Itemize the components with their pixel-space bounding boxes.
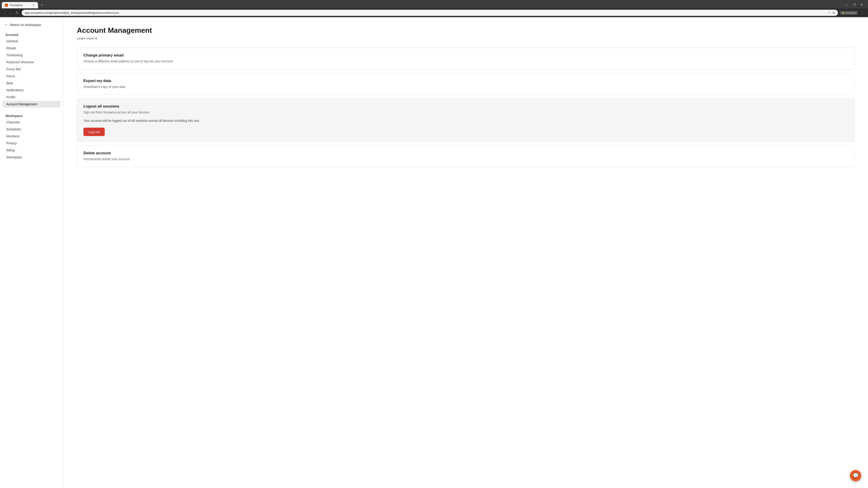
tab-favicon (4, 3, 8, 7)
active-tab[interactable]: Sunsama ✕ (2, 2, 38, 8)
tab-bar: Sunsama ✕ + — ❐ ✕ (0, 0, 868, 8)
sidebar-item-keyboard-shortcuts[interactable]: Keyboard Shortcuts (3, 59, 60, 66)
sidebar-item-focus[interactable]: Focus (3, 73, 60, 79)
account-section-header: Account (3, 31, 60, 37)
sidebar-item-schedules[interactable]: Schedules (3, 126, 60, 133)
return-label: Return to workspace (10, 23, 41, 27)
sidebar-item-channels[interactable]: Channels (3, 119, 60, 126)
minimize-button[interactable]: — (844, 2, 850, 7)
address-icons: ☆ ⧉ (828, 11, 835, 15)
tab-title: Sunsama (10, 3, 30, 7)
maximize-button[interactable]: ❐ (851, 2, 857, 7)
main-content: Account Management Learn more ⧉ Change p… (63, 17, 868, 488)
window-controls: — ❐ ✕ (844, 2, 866, 8)
incognito-badge: 🕵 Incognito (840, 11, 858, 15)
change-email-title: Change primary email (84, 53, 848, 58)
app-container: ← Return to workspace Account General Ri… (0, 17, 868, 488)
sidebar-item-timeboxing[interactable]: Timeboxing (3, 52, 60, 59)
sidebar-section-divider (0, 108, 63, 112)
return-to-workspace-link[interactable]: ← Return to workspace (0, 17, 63, 31)
change-email-section: Change primary email Choose a different … (77, 47, 855, 69)
forward-button[interactable]: › (8, 10, 12, 15)
sidebar-item-rituals[interactable]: Rituals (3, 45, 60, 52)
return-arrow-icon: ← (4, 23, 8, 27)
back-button[interactable]: ‹ (3, 10, 6, 15)
incognito-icon: 🕵 (842, 11, 845, 14)
sidebar-item-beta[interactable]: Beta (3, 80, 60, 87)
delete-account-desc: Permanently delete your account (84, 157, 848, 162)
export-data-section: Export my data Download a copy of your d… (77, 73, 855, 95)
chat-icon: 💬 (852, 473, 859, 479)
workspace-section-header: Workspace (3, 112, 60, 119)
incognito-label: Incognito (846, 11, 856, 14)
logout-sessions-section: Logout all sessions Sign out from Sunsam… (77, 98, 855, 142)
tab-close-button[interactable]: ✕ (32, 3, 35, 7)
sidebar-item-notifications[interactable]: Notifications (3, 87, 60, 94)
sidebar-item-account-management[interactable]: Account Management (3, 101, 60, 107)
url-text: app.sunsama.com/group/moodjoy_workspace/… (25, 11, 826, 14)
logout-button[interactable]: Log out (84, 128, 105, 136)
sidebar-item-members[interactable]: Members (3, 133, 60, 140)
chat-fab-button[interactable]: 💬 (850, 470, 861, 481)
learn-more-link[interactable]: Learn more ⧉ (77, 36, 855, 40)
sidebar-item-billing[interactable]: Billing (3, 147, 60, 154)
split-screen-icon[interactable]: ⧉ (833, 11, 835, 15)
learn-more-label: Learn more (77, 36, 94, 40)
export-data-title: Export my data (84, 78, 848, 83)
new-tab-button[interactable]: + (39, 2, 45, 8)
sidebar-item-privacy[interactable]: Privacy (3, 140, 60, 147)
sidebar: ← Return to workspace Account General Ri… (0, 17, 63, 488)
account-section: Account General Rituals Timeboxing Keybo… (0, 31, 63, 108)
external-link-icon: ⧉ (95, 37, 97, 40)
address-bar-row: ‹ › ↻ app.sunsama.com/group/moodjoy_work… (0, 8, 868, 17)
logout-info-text: Your account will be logged out of all s… (84, 119, 848, 123)
change-email-desc: Choose a different email address to use … (84, 59, 848, 64)
reload-button[interactable]: ↻ (14, 10, 20, 15)
delete-account-title: Delete account (84, 151, 848, 156)
workspace-section: Workspace Channels Schedules Members Pri… (0, 112, 63, 161)
page-title: Account Management (77, 26, 855, 35)
address-bar[interactable]: app.sunsama.com/group/moodjoy_workspace/… (22, 10, 838, 16)
browser-chrome: Sunsama ✕ + — ❐ ✕ ‹ › ↻ app.sunsama.com/… (0, 0, 868, 17)
export-data-desc: Download a copy of your data (84, 85, 848, 89)
sidebar-item-focus-bar[interactable]: Focus Bar (3, 66, 60, 72)
delete-account-section: Delete account Permanently delete your a… (77, 145, 855, 167)
logout-sessions-title: Logout all sessions (84, 104, 848, 109)
browser-menu-button[interactable]: ⋮ (860, 10, 865, 16)
sidebar-item-general[interactable]: General (3, 38, 60, 44)
bookmark-icon[interactable]: ☆ (828, 11, 831, 15)
close-button[interactable]: ✕ (859, 2, 864, 7)
sidebar-item-workspace[interactable]: Workspace (3, 154, 60, 161)
sidebar-item-profile[interactable]: Profile (3, 94, 60, 101)
logout-sessions-desc: Sign out from Sunsama across all your de… (84, 110, 848, 115)
